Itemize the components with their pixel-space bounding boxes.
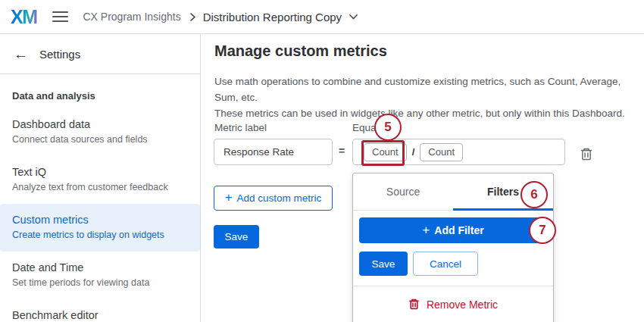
remove-metric-label: Remove Metric [427, 299, 498, 311]
popup-cancel-button[interactable]: Cancel [413, 252, 478, 276]
equation-caption: Equation [352, 122, 392, 133]
page-description: Use math operations to combine and custo… [214, 73, 644, 121]
chevron-right-icon [189, 12, 196, 22]
plus-icon: + [422, 224, 430, 236]
sidebar-item-dashboard-data[interactable]: Dashboard data Connect data sources and … [0, 108, 200, 156]
settings-label: Settings [39, 48, 80, 61]
popup-tabs: Source Filters [353, 174, 553, 211]
xm-logo[interactable]: XM [11, 6, 37, 28]
sidebar-item-benchmark-editor[interactable]: Benchmark editor Add industry benchmarks [0, 299, 200, 322]
sidebar-section-label: Data and analysis [0, 74, 200, 108]
sidebar-item-subtitle: Create metrics to display on widgets [12, 229, 188, 242]
equation-operand-right-button[interactable]: Count [420, 143, 463, 161]
page-title: Manage custom metrics [214, 42, 387, 60]
popup-divider [353, 286, 553, 286]
sidebar-nav: Dashboard data Connect data sources and … [0, 108, 200, 322]
sidebar-item-date-and-time[interactable]: Date and Time Set time periods for viewi… [0, 252, 200, 299]
sidebar-item-title: Dashboard data [12, 117, 188, 132]
delete-metric-trash-icon[interactable] [578, 145, 595, 165]
back-arrow-icon: ← [14, 47, 28, 61]
add-custom-metric-label: Add custom metric [237, 192, 322, 204]
settings-back[interactable]: ← Settings [0, 34, 200, 73]
sidebar-item-title: Date and Time [12, 261, 188, 275]
remove-metric-button[interactable]: Remove Metric [359, 298, 547, 311]
top-bar: XM CX Program Insights Distribution Repo… [0, 0, 644, 34]
plus-icon: + [225, 191, 233, 204]
tab-filters[interactable]: Filters [453, 174, 553, 210]
sidebar-item-title: Text iQ [12, 165, 188, 180]
sidebar-item-subtitle: Set time periods for viewing data [12, 277, 188, 289]
trash-icon [408, 298, 420, 311]
chevron-down-icon[interactable] [349, 14, 358, 20]
sidebar-item-subtitle: Analyze text from customer feedback [12, 181, 188, 194]
metric-label-input[interactable] [214, 139, 333, 165]
popup-button-row: Save Cancel [359, 252, 547, 276]
sidebar-item-custom-metrics[interactable]: Custom metrics Create metrics to display… [0, 204, 200, 252]
settings-sidebar: ← Settings Data and analysis Dashboard d… [0, 34, 201, 322]
add-filter-label: Add Filter [434, 224, 483, 236]
metric-label-caption: Metric label [214, 122, 267, 133]
sidebar-item-title: Benchmark editor [12, 308, 188, 322]
sidebar-item-text-iq[interactable]: Text iQ Analyze text from customer feedb… [0, 156, 200, 204]
metric-editor-popup: Source Filters + Add Filter Save Cancel [352, 173, 554, 322]
add-filter-button[interactable]: + Add Filter [359, 217, 547, 243]
equation-operand-left-button[interactable]: Count [364, 143, 407, 161]
page-description-line1: Use math operations to combine and custo… [214, 73, 644, 105]
tab-source[interactable]: Source [353, 174, 453, 210]
equals-sign: = [339, 145, 345, 157]
equation-operator: / [412, 146, 415, 158]
active-tab-underline [453, 208, 553, 211]
app-root: XM CX Program Insights Distribution Repo… [0, 0, 644, 322]
equation-box[interactable]: Count / Count [352, 139, 565, 165]
save-button[interactable]: Save [214, 225, 259, 249]
popup-body: + Add Filter Save Cancel [353, 211, 553, 311]
add-custom-metric-button[interactable]: + Add custom metric [214, 186, 333, 211]
sidebar-item-title: Custom metrics [12, 213, 188, 227]
main-content: Manage custom metrics Use math operation… [202, 34, 644, 322]
breadcrumb-program[interactable]: CX Program Insights [83, 11, 181, 23]
page-description-line2: These metrics can be used in widgets lik… [214, 105, 644, 121]
hamburger-menu-icon[interactable] [52, 11, 68, 22]
sidebar-item-subtitle: Connect data sources and fields [12, 133, 188, 146]
popup-save-button[interactable]: Save [359, 252, 408, 276]
breadcrumb-page[interactable]: Distribution Reporting Copy [203, 11, 342, 23]
